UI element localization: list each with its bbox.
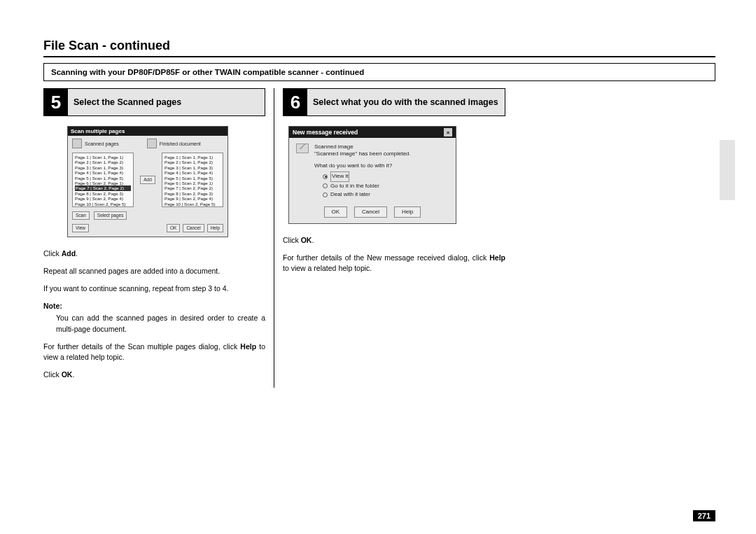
paragraph: Click OK. [43,370,265,380]
list-item[interactable]: Page 8 | Scan 2, Page 3) [164,191,220,196]
radio-icon [323,192,328,197]
list-item[interactable]: Page 4 | Scan 1, Page 4) [75,170,131,175]
step-5-title: Select the Scanned pages [68,89,187,115]
page-number: 271 [693,510,715,521]
page-content: File Scan - continued Scanning with your… [43,38,715,388]
list-item[interactable]: Page 6 | Scan 2, Page 1) [164,181,220,185]
scanned-pages-label: Scanned pages [85,141,119,146]
page-subtitle: Scanning with your DP80F/DP85F or other … [43,63,715,81]
dialog-title-bar: New message received × [289,127,456,138]
radio-label: Go to it in the folder [330,182,379,191]
dialog-title: New message received [293,129,358,136]
dialog-title: Scan multiple pages [68,127,227,136]
list-item[interactable]: Page 10 | Scan 2, Page 5) [75,202,131,206]
step-6-number: 6 [284,89,307,115]
list-item[interactable]: Page 2 | Scan 1, Page 2) [164,160,220,164]
step-6-body: Click OK. For further details of the New… [283,235,505,281]
note-body: You can add the scanned pages in desired… [56,313,265,334]
radio-icon [323,183,328,188]
paragraph: Click OK. [283,235,505,246]
side-tab [720,140,735,200]
list-item[interactable]: Page 4 | Scan 1, Page 4) [164,170,220,175]
help-button[interactable]: Help [394,206,421,218]
ok-button[interactable]: OK [324,206,348,218]
envelope-icon [296,143,309,153]
page-title: File Scan - continued [43,38,715,57]
dialog-message: "Scanned image" has been completed. [314,150,411,157]
list-item[interactable]: Page 1 | Scan 1, Page 1) [164,155,220,160]
paragraph: If you want to continue scanning, repeat… [43,283,265,294]
step-6-title: Select what you do with the scanned imag… [307,89,504,115]
document-icon [147,139,157,148]
paragraph: Click Add. [43,248,265,259]
radio-icon [323,174,328,179]
radio-view-it[interactable]: View it [323,171,449,182]
list-item[interactable]: Page 5 | Scan 1, Page 5) [164,176,220,181]
scanned-pages-list[interactable]: Page 1 | Scan 1, Page 1) Page 2 | Scan 1… [72,153,134,207]
list-item[interactable]: Page 9 | Scan 2, Page 4) [75,196,131,201]
finished-document-label: Finished document [160,141,201,146]
list-item[interactable]: Page 3 | Scan 1, Page 3) [75,165,131,170]
list-item[interactable]: Page 8 | Scan 2, Page 3) [75,191,131,196]
ok-button[interactable]: OK [167,224,180,232]
list-item[interactable]: Page 5 | Scan 1, Page 5) [75,176,131,181]
column-step-5: 5 Select the Scanned pages Scan multiple… [43,88,274,388]
cancel-button[interactable]: Cancel [183,224,204,232]
column-step-6: 6 Select what you do with the scanned im… [274,88,505,388]
text: Click [283,236,301,244]
text-bold: OK [301,236,312,244]
text: For further details of the New message r… [283,253,489,262]
step-5-body: Click Add. Repeat all scanned pages are … [43,248,265,388]
text: Click [43,370,62,379]
scan-button[interactable]: Scan [72,211,90,220]
radio-deal-later[interactable]: Deal with it later [323,190,449,199]
document-pages-list[interactable]: Page 1 | Scan 1, Page 1) Page 2 | Scan 1… [162,153,223,207]
step-6-header: 6 Select what you do with the scanned im… [283,88,505,116]
note-label: Note: [43,301,265,311]
list-item[interactable]: Page 2 | Scan 1, Page 2) [75,160,131,164]
text-bold: Help [489,253,505,262]
paragraph: For further details of the New message r… [283,253,505,274]
text: . [312,236,314,244]
view-button[interactable]: View [72,224,89,232]
text: For further details of the Scan multiple… [43,342,240,351]
list-item[interactable]: Page 6 | Scan 2, Page 1) [75,181,131,185]
list-item[interactable]: Page 9 | Scan 2, Page 4) [164,196,220,201]
radio-label: Deal with it later [330,190,370,199]
list-item[interactable]: Page 1 | Scan 1, Page 1) [75,155,131,160]
cancel-button[interactable]: Cancel [354,206,387,218]
scanned-pages-header: Scanned pages [72,139,119,148]
pages-icon [72,139,82,148]
paragraph: For further details of the Scan multiple… [43,342,265,363]
text-bold: Add [62,249,76,258]
text-bold: Help [240,342,256,351]
step-5-header: 5 Select the Scanned pages [43,88,265,116]
new-message-received-dialog: New message received × Scanned image "Sc… [288,126,456,224]
dialog-question: What do you want to do with it? [314,162,449,169]
close-icon[interactable]: × [444,128,452,136]
scan-multiple-pages-dialog: Scan multiple pages Scanned pages Finish… [67,126,228,237]
list-item-selected[interactable]: Page 7 | Scan 2, Page 2) [75,185,131,190]
radio-go-to-folder[interactable]: Go to it in the folder [323,182,449,191]
list-item[interactable]: Page 7 | Scan 2, Page 2) [164,185,220,190]
text: . [72,370,74,379]
radio-label: View it [330,171,349,182]
text: . [76,249,78,258]
step-5-number: 5 [44,89,68,115]
text-bold: OK [62,370,73,379]
dialog-heading: Scanned image [314,143,411,150]
list-item[interactable]: Page 10 | Scan 2, Page 5) [164,202,220,206]
select-pages-button[interactable]: Select pages [94,211,127,220]
text: to view a related help topic. [283,264,372,272]
finished-document-header: Finished document [147,139,201,148]
paragraph: Repeat all scanned pages are added into … [43,266,265,276]
help-button[interactable]: Help [207,224,223,232]
text: Click [43,249,62,258]
list-item[interactable]: Page 3 | Scan 1, Page 3) [164,165,220,170]
add-button[interactable]: Add [140,176,155,184]
